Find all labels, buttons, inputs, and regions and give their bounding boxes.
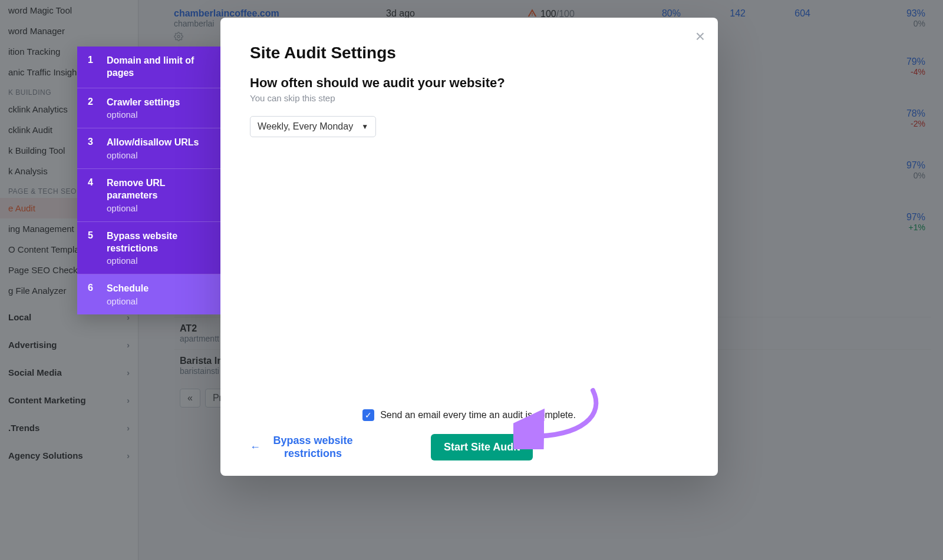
modal-question: How often should we audit your website?: [250, 75, 688, 91]
back-button-label: Bypass website restrictions: [269, 435, 357, 460]
step-number: 2: [88, 97, 96, 120]
email-checkbox-label: Send an email every time an audit is com…: [380, 410, 576, 420]
step-title: Domain and limit of pages: [107, 55, 210, 79]
wizard-step-5[interactable]: 5 Bypass website restrictionsoptional: [77, 222, 220, 275]
email-notification-row: ✓ Send an email every time an audit is c…: [250, 409, 688, 421]
step-title: Schedule: [107, 283, 210, 295]
step-optional: optional: [107, 296, 210, 306]
schedule-select[interactable]: Weekly, Every Monday ▼: [250, 116, 376, 137]
step-title: Crawler settings: [107, 97, 210, 109]
wizard-step-1[interactable]: 1 Domain and limit of pages: [77, 47, 220, 88]
start-site-audit-button[interactable]: Start Site Audit: [431, 434, 533, 460]
step-optional: optional: [107, 150, 210, 160]
step-number: 5: [88, 230, 96, 266]
step-number: 4: [88, 177, 96, 213]
arrow-left-icon: ←: [250, 441, 261, 453]
step-title: Bypass website restrictions: [107, 230, 210, 255]
wizard-steps-panel: 1 Domain and limit of pages 2 Crawler se…: [77, 47, 220, 314]
close-icon[interactable]: ×: [695, 28, 705, 45]
step-optional: optional: [107, 256, 210, 266]
back-button[interactable]: ← Bypass website restrictions: [250, 435, 357, 460]
start-button-label: Start Site Audit: [444, 441, 520, 453]
step-number: 1: [88, 55, 96, 79]
site-audit-settings-modal: × Site Audit Settings How often should w…: [220, 18, 718, 476]
modal-title: Site Audit Settings: [250, 44, 688, 62]
step-number: 3: [88, 137, 96, 160]
email-checkbox[interactable]: ✓: [362, 409, 374, 421]
step-optional: optional: [107, 203, 210, 213]
step-title: Allow/disallow URLs: [107, 137, 210, 149]
wizard-step-2[interactable]: 2 Crawler settingsoptional: [77, 88, 220, 129]
wizard-step-6[interactable]: 6 Scheduleoptional: [77, 274, 220, 314]
wizard-step-4[interactable]: 4 Remove URL parametersoptional: [77, 169, 220, 222]
step-title: Remove URL parameters: [107, 177, 210, 202]
step-optional: optional: [107, 110, 210, 120]
wizard-step-3[interactable]: 3 Allow/disallow URLsoptional: [77, 128, 220, 169]
chevron-down-icon: ▼: [361, 122, 368, 131]
step-number: 6: [88, 283, 96, 306]
modal-footer: ✓ Send an email every time an audit is c…: [220, 409, 718, 460]
modal-hint: You can skip this step: [250, 93, 688, 103]
schedule-select-value: Weekly, Every Monday: [258, 121, 353, 132]
